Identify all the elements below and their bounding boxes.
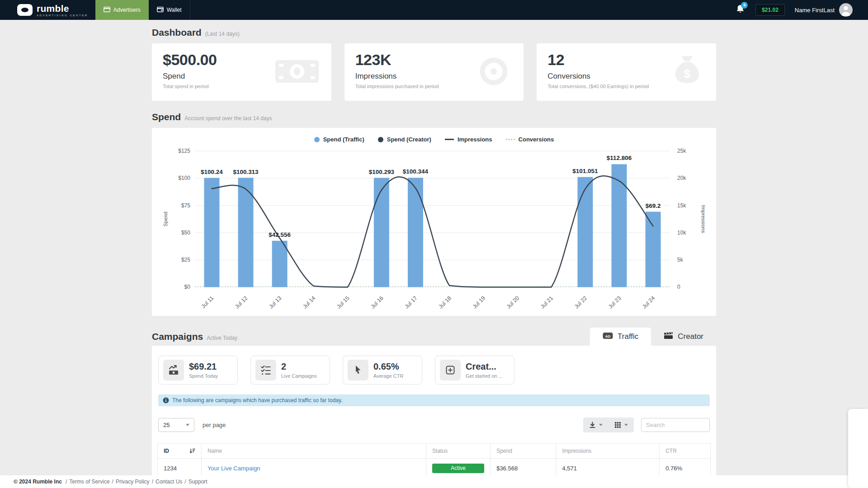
chart-legend: Spend (Traffic) Spend (Creator) Impressi… (161, 136, 707, 143)
table-toolbar (583, 418, 634, 432)
per-page-select[interactable]: 25 (158, 418, 194, 432)
download-icon (589, 422, 596, 428)
mini-card-spend-today: $69.21 Spend Today (158, 356, 238, 385)
clapperboard-icon (664, 332, 673, 342)
chevron-down-icon (599, 424, 603, 426)
spend-chart-card: Spend (Traffic) Spend (Creator) Impressi… (152, 128, 716, 316)
svg-text:Impressions: Impressions (701, 205, 706, 233)
columns-button[interactable] (609, 418, 634, 432)
brand-subtitle: ADVERTISING CENTER (37, 14, 88, 17)
grid-columns-icon (614, 422, 621, 428)
nav-tab-label: Advertisers (113, 7, 141, 13)
copyright: © 2024 Rumble Inc (14, 479, 62, 485)
svg-text:$112.806: $112.806 (607, 155, 632, 161)
blue-dot-icon (314, 137, 320, 142)
svg-text:$100.293: $100.293 (369, 169, 394, 175)
plus-square-icon (440, 360, 461, 380)
tab-traffic[interactable]: AD Traffic (590, 328, 651, 346)
column-header-id[interactable]: ID (158, 444, 202, 459)
footer: © 2024 Rumble Inc / Terms of Service / P… (0, 475, 868, 488)
legend-spend-creator[interactable]: Spend (Creator) (378, 136, 431, 143)
dotted-swatch-icon (506, 139, 515, 140)
svg-text:0: 0 (677, 284, 680, 290)
svg-text:Jul 22: Jul 22 (573, 295, 588, 310)
column-header-ctr[interactable]: CTR (660, 444, 711, 459)
svg-text:10k: 10k (677, 230, 686, 236)
svg-text:$100.313: $100.313 (233, 169, 258, 175)
footer-link-terms[interactable]: Terms of Service (69, 479, 109, 485)
search-input[interactable] (641, 418, 710, 432)
chevron-down-icon (624, 424, 628, 426)
campaign-link[interactable]: Your Live Campaign (208, 465, 260, 472)
svg-text:$: $ (684, 67, 691, 80)
svg-text:Jul 18: Jul 18 (438, 295, 453, 310)
nav-tab-wallet[interactable]: Wallet (149, 0, 190, 20)
wallet-icon (157, 7, 164, 14)
svg-text:Jul 24: Jul 24 (641, 295, 656, 310)
money-chart-icon (163, 360, 184, 380)
svg-text:Spend: Spend (163, 211, 168, 226)
eye-icon (476, 56, 512, 88)
column-header-impressions[interactable]: Impressions (556, 444, 660, 459)
notifications-button[interactable]: 9 (736, 5, 745, 16)
svg-text:Jul 19: Jul 19 (472, 295, 486, 310)
column-header-name[interactable]: Name (202, 444, 426, 459)
svg-text:$100.24: $100.24 (201, 169, 223, 175)
spend-section-subtitle: Account spend over the last 14 days (184, 115, 272, 122)
export-button[interactable] (583, 418, 609, 432)
svg-text:Jul 11: Jul 11 (200, 295, 215, 310)
campaigns-title: Campaigns (152, 331, 203, 342)
svg-text:$25: $25 (181, 257, 190, 263)
info-banner-text: The following are campaigns which have p… (172, 397, 342, 404)
svg-text:AD: AD (605, 334, 611, 338)
svg-text:Jul 21: Jul 21 (539, 295, 554, 310)
info-icon (163, 397, 169, 404)
svg-text:5k: 5k (677, 257, 683, 263)
footer-link-contact[interactable]: Contact Us (156, 479, 182, 485)
legend-conversions[interactable]: Conversions (506, 136, 554, 143)
per-page-label: per page (203, 422, 226, 428)
svg-text:$125: $125 (178, 148, 190, 154)
dark-dot-icon (378, 137, 383, 142)
legend-impressions[interactable]: Impressions (445, 136, 492, 143)
rumble-logo[interactable]: rumble ADVERTISING CENTER (0, 4, 95, 17)
nav-separator (190, 0, 190, 20)
tab-creator[interactable]: Creator (651, 328, 716, 346)
side-widget-panel[interactable] (848, 409, 868, 488)
column-header-spend[interactable]: Spend (491, 444, 556, 459)
mini-card-create-campaign[interactable]: Creat... Get started on ... (435, 356, 514, 385)
column-header-status[interactable]: Status (426, 444, 491, 459)
stat-card-spend: $500.00 Spend Total spend in period (152, 43, 331, 101)
wallet-balance[interactable]: $21.02 (755, 4, 785, 16)
footer-link-support[interactable]: Support (189, 479, 208, 485)
nav-tab-advertisers[interactable]: Advertisers (95, 0, 149, 20)
svg-text:$0: $0 (184, 284, 191, 290)
footer-link-privacy[interactable]: Privacy Policy (116, 479, 150, 485)
legend-spend-traffic[interactable]: Spend (Traffic) (314, 136, 364, 143)
ad-badge-icon: AD (603, 332, 613, 342)
svg-text:Jul 12: Jul 12 (234, 295, 249, 310)
sort-icon (189, 448, 195, 454)
stat-card-conversions: 12 Conversions Total conversions, ($40.0… (537, 43, 716, 101)
dashboard-title: Dashboard (152, 27, 202, 38)
svg-text:15k: 15k (677, 202, 686, 209)
spend-section-title: Spend (152, 112, 181, 122)
svg-text:$69.2: $69.2 (646, 202, 661, 209)
avatar (839, 3, 853, 17)
campaigns-subtitle: Active Today (207, 335, 237, 341)
status-badge: Active (432, 464, 484, 473)
svg-text:$100: $100 (178, 175, 190, 181)
svg-text:Jul 23: Jul 23 (607, 295, 622, 310)
dashboard-stats: $500.00 Spend Total spend in period 123K… (152, 43, 716, 101)
mini-card-average-ctr: 0.65% Average CTR (343, 356, 422, 385)
svg-text:Jul 20: Jul 20 (505, 295, 520, 310)
checklist-icon (255, 360, 276, 380)
cursor-icon (348, 360, 368, 380)
campaigns-panel: $69.21 Spend Today 2 Live Campaigns (152, 346, 716, 488)
table-controls: 25 per page (158, 418, 710, 432)
campaign-stats: $69.21 Spend Today 2 Live Campaigns (157, 356, 711, 385)
svg-text:Jul 16: Jul 16 (369, 295, 384, 310)
svg-text:Jul 15: Jul 15 (335, 295, 350, 310)
brand-name: rumble (37, 4, 88, 13)
user-menu[interactable]: Name FirstLast (795, 3, 853, 17)
